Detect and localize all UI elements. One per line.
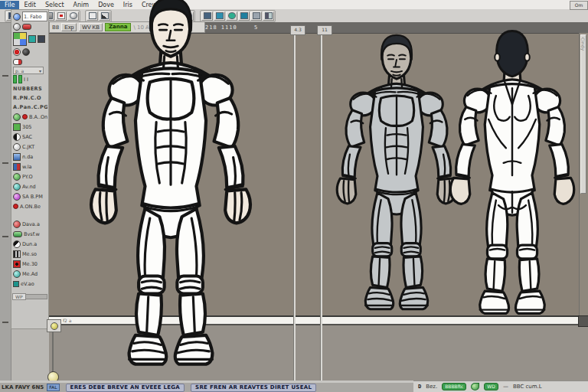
tool-item[interactable]: w.la: [12, 162, 47, 172]
taskbar-dash: —: [503, 384, 508, 390]
sidebar-scroll-track[interactable]: [26, 294, 47, 299]
gray-sphere-icon[interactable]: [13, 23, 21, 31]
status-chip: SRE FREN AR REAVTES DIRET USEAL: [191, 384, 316, 392]
tool-item[interactable]: n.da: [12, 152, 47, 162]
tool-palette: 1. Fabo p. a ▾ I I NUBBER: [11, 9, 49, 329]
tool-item[interactable]: PY.O: [12, 172, 47, 181]
dark-screen-icon[interactable]: [38, 35, 45, 43]
timeline-marker-button[interactable]: [47, 319, 61, 332]
tool-item-label: Dava.a: [22, 221, 40, 227]
tool-item[interactable]: Me.Ad: [12, 269, 47, 279]
tool-item[interactable]: 305: [12, 122, 47, 132]
red-dot-icon: [22, 114, 28, 119]
bw-sphere-icon: [13, 240, 21, 248]
tool-item[interactable]: Me.30: [12, 259, 47, 269]
teal-screen-icon[interactable]: [28, 35, 36, 43]
tool-item-label: Me.so: [22, 251, 37, 257]
tool-item[interactable]: B.A..Ond: [12, 112, 47, 122]
pill-row: [12, 57, 47, 67]
sidebar-footer-scrollbar: WP: [12, 293, 47, 300]
tool-item[interactable]: SA B.PM: [12, 191, 47, 201]
status-tag: FAL: [47, 384, 59, 391]
tool-item[interactable]: Me.so: [12, 249, 47, 259]
tool-item-label: Me.Ad: [22, 271, 38, 277]
green-bar-icon[interactable]: [13, 75, 17, 83]
blue-sphere-icon[interactable]: [13, 13, 21, 21]
mini-dropdown[interactable]: p. a ▾: [13, 67, 44, 74]
mini-dropdown-label: p. a: [15, 68, 24, 74]
tool-item[interactable]: C.JKT: [12, 142, 47, 152]
marker-dot-icon: [51, 322, 58, 330]
menu-file[interactable]: File: [0, 1, 19, 9]
edge-mark: [2, 236, 8, 237]
top-right-button[interactable]: Om: [570, 1, 588, 10]
penguin-icon: [13, 133, 21, 141]
white-sphere-icon: [13, 143, 21, 151]
blue-tile-icon: [13, 153, 21, 161]
green-bar-icon[interactable]: [18, 75, 22, 83]
figure-back-view[interactable]: [443, 26, 582, 318]
green-chip-icon[interactable]: WD: [484, 383, 498, 390]
tool-item[interactable]: SAC: [12, 132, 47, 142]
white-red-pill-icon[interactable]: [13, 59, 22, 65]
taskbar-item[interactable]: Bez.: [426, 384, 437, 390]
tool-item-label: n.da: [22, 154, 33, 160]
pane-divider-1[interactable]: [293, 33, 296, 381]
sphere-row: [12, 21, 47, 31]
green-pill-icon: [13, 231, 22, 237]
tool-item-label: Av.nd: [22, 184, 36, 190]
taskbar-d-icon[interactable]: D: [418, 384, 421, 390]
tool-item-label: w.la: [22, 164, 32, 170]
sidebar-scroll-thumb[interactable]: WP: [12, 293, 26, 300]
text-row: A.Pan.C.PG: [12, 103, 47, 112]
tool-item-label: B.A..Ond: [29, 114, 47, 120]
record-icon[interactable]: [13, 48, 21, 56]
green-bars-label: I I: [24, 77, 28, 83]
red-pill-icon[interactable]: [22, 24, 31, 30]
black-sphere-icon[interactable]: [22, 48, 30, 56]
teal-sphere-icon: [13, 270, 21, 278]
tool-item[interactable]: Bvsf.w: [12, 229, 47, 239]
film-icon: [13, 250, 21, 258]
green-badge-icon[interactable]: BBBBftc: [442, 383, 466, 390]
green-leaf-icon[interactable]: [471, 383, 479, 390]
mini-dropdown-row: p. a ▾: [12, 67, 47, 74]
tool-item[interactable]: A.ON.Be: [12, 201, 47, 211]
tool-item[interactable]: eV.ao: [12, 279, 47, 289]
edge-mark: [2, 75, 8, 77]
edge-mark: [2, 322, 8, 323]
taskbar: D Bez. BBBBftc WD — BBC cum.L: [413, 381, 588, 392]
tool-item-label: Me.30: [22, 261, 38, 267]
pane-divider-2[interactable]: [320, 33, 322, 381]
pane-divider-1-handle[interactable]: 4.3: [290, 25, 305, 35]
tool-item-label: eV.ao: [21, 281, 34, 287]
tool-item[interactable]: Av.nd: [12, 181, 47, 191]
app-window: f2 a 4.3 11 Cindy File Edit Select Anim …: [0, 0, 588, 392]
palette-row: [12, 31, 47, 47]
red-circle-icon: [13, 220, 21, 228]
palette-icon[interactable]: [13, 32, 27, 46]
tool-item[interactable]: Dun.a: [12, 239, 47, 249]
menu-edit[interactable]: Edit: [19, 1, 41, 9]
purple-sphere-icon: [13, 193, 21, 201]
tool-item[interactable]: Dava.a: [12, 219, 47, 229]
tool-item-label: A.ON.Be: [20, 204, 41, 210]
record-row: [12, 47, 47, 57]
red-square-icon: [13, 260, 21, 268]
taskbar-item[interactable]: BBC cum.L: [513, 384, 542, 390]
green-blob-icon: [13, 113, 21, 121]
green-mini-icon: [13, 123, 21, 131]
tool-item-label: PY.O: [22, 174, 33, 180]
tool-item-label: SAC: [22, 134, 32, 140]
scrollbar-down-button[interactable]: [578, 315, 588, 327]
figure-front-large[interactable]: [54, 0, 288, 371]
window-left-edge: [0, 9, 11, 392]
tool-item-label: 305: [22, 124, 31, 130]
quick-field[interactable]: 1. Fabo: [22, 11, 47, 21]
status-chip: ERES DEBE BREVE AN EVEEE LEGA: [66, 384, 185, 392]
status-left-text: LKA FAVY 6N5: [2, 384, 44, 390]
green-bars-row: I I: [12, 74, 47, 84]
tool-item-label: Bvsf.w: [24, 231, 40, 237]
red-dot-icon: [13, 204, 18, 209]
tool-item-label: C.JKT: [22, 144, 34, 150]
